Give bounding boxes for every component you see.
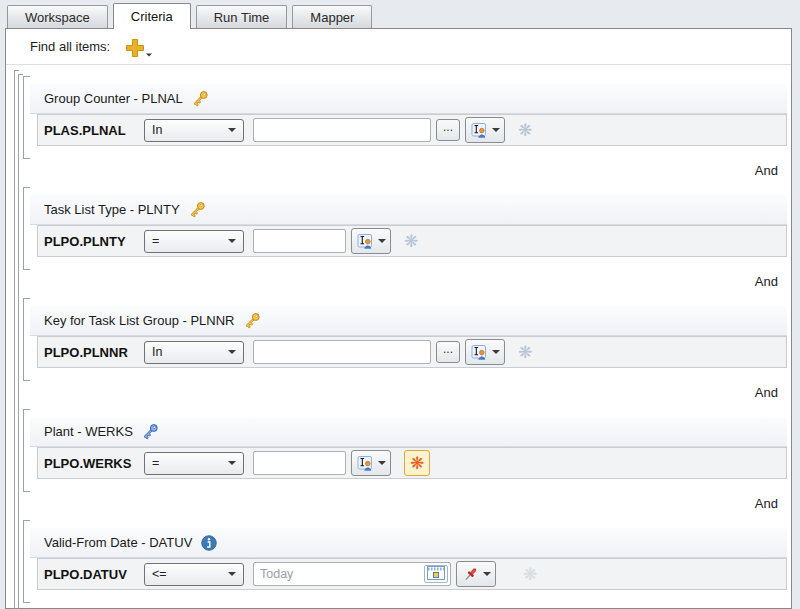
criterion-panel: Valid-From Date - DATUV bbox=[30, 528, 787, 590]
find-all-items-label: Find all items: bbox=[30, 39, 110, 54]
operator-dropdown[interactable]: = bbox=[144, 452, 244, 475]
add-item-button[interactable] bbox=[124, 34, 154, 60]
value-picker-dropdown[interactable] bbox=[351, 450, 391, 476]
criterion-panel: Task List Type - PLNTY bbox=[30, 195, 787, 306]
criterion-header: Valid-From Date - DATUV bbox=[30, 528, 787, 558]
chevron-down-icon bbox=[228, 461, 236, 465]
prompt-user-icon bbox=[357, 455, 374, 472]
key-icon bbox=[244, 312, 261, 329]
pin-icon bbox=[462, 566, 479, 583]
group-bracket-inner bbox=[18, 74, 19, 609]
dynamic-value-icon[interactable]: ❋ bbox=[518, 122, 532, 139]
value-input[interactable] bbox=[253, 451, 346, 475]
key-icon-blue bbox=[142, 423, 159, 440]
tab-run-time[interactable]: Run Time bbox=[196, 5, 288, 28]
criterion-panel: Key for Task List Group - PLNNR bbox=[30, 306, 787, 417]
criterion-header: Group Counter - PLNAL bbox=[30, 84, 787, 114]
value-picker-dropdown[interactable] bbox=[456, 561, 496, 587]
field-name: PLPO.WERKS bbox=[44, 456, 144, 471]
dynamic-value-icon[interactable]: ❋ bbox=[404, 233, 418, 250]
and-operator-label: And bbox=[755, 274, 778, 289]
operator-value: In bbox=[152, 123, 162, 137]
and-row: And bbox=[30, 368, 787, 417]
criterion-header: Task List Type - PLNTY bbox=[30, 195, 787, 225]
prompt-user-icon bbox=[471, 122, 488, 139]
chevron-down-icon bbox=[146, 53, 152, 56]
criterion-header: Key for Task List Group - PLNNR bbox=[30, 306, 787, 336]
dynamic-value-icon[interactable]: ❋ bbox=[518, 344, 532, 361]
and-row: And bbox=[30, 479, 787, 528]
chevron-down-icon bbox=[483, 572, 491, 576]
value-input[interactable] bbox=[253, 562, 451, 586]
calendar-icon bbox=[427, 566, 445, 583]
criterion-row: PLPO.PLNNR In bbox=[37, 336, 787, 368]
value-input[interactable] bbox=[253, 340, 431, 364]
tab-strip: Workspace Criteria Run Time Mapper bbox=[0, 0, 800, 28]
chevron-down-icon bbox=[492, 128, 500, 132]
criteria-tab-page: Find all items: Group Counter - PLNAL bbox=[5, 28, 792, 609]
calendar-button[interactable] bbox=[424, 565, 448, 583]
chevron-down-icon bbox=[378, 461, 386, 465]
criterion-row: PLPO.PLNTY = bbox=[37, 225, 787, 257]
criterion-bracket bbox=[23, 298, 29, 381]
dynamic-value-icon[interactable]: ❋ bbox=[523, 566, 537, 583]
criteria-list-area: Group Counter - PLNAL bbox=[6, 65, 791, 590]
chevron-down-icon bbox=[228, 572, 236, 576]
and-row: And bbox=[30, 146, 787, 195]
ellipsis-button[interactable]: ... bbox=[436, 119, 460, 141]
dynamic-value-icon[interactable]: ❋ bbox=[404, 450, 430, 476]
info-icon bbox=[201, 535, 217, 551]
criteria-toolbar: Find all items: bbox=[6, 29, 791, 65]
operator-value: In bbox=[152, 345, 162, 359]
operator-dropdown[interactable]: <= bbox=[144, 563, 244, 586]
criterion-title: Plant - WERKS bbox=[44, 424, 133, 439]
operator-value: <= bbox=[152, 567, 167, 581]
value-picker-dropdown[interactable] bbox=[465, 117, 505, 143]
tab-workspace[interactable]: Workspace bbox=[7, 5, 108, 28]
and-operator-label: And bbox=[755, 496, 778, 511]
prompt-user-icon bbox=[471, 344, 488, 361]
operator-dropdown[interactable]: In bbox=[144, 341, 244, 364]
key-icon bbox=[192, 90, 209, 107]
criterion-title: Task List Type - PLNTY bbox=[44, 202, 180, 217]
field-name: PLPO.PLNNR bbox=[44, 345, 144, 360]
and-row: And bbox=[30, 257, 787, 306]
field-name: PLAS.PLNAL bbox=[44, 123, 144, 138]
key-icon bbox=[189, 201, 206, 218]
criterion-title: Valid-From Date - DATUV bbox=[44, 535, 192, 550]
criterion-row: PLPO.DATUV <= bbox=[37, 558, 787, 590]
chevron-down-icon bbox=[492, 350, 500, 354]
field-name: PLPO.PLNTY bbox=[44, 234, 144, 249]
prompt-user-icon bbox=[357, 233, 374, 250]
criterion-title: Key for Task List Group - PLNNR bbox=[44, 313, 235, 328]
chevron-down-icon bbox=[228, 350, 236, 354]
tab-criteria[interactable]: Criteria bbox=[113, 3, 191, 29]
and-operator-label: And bbox=[755, 385, 778, 400]
criterion-row: PLPO.WERKS = bbox=[37, 447, 787, 479]
criterion-panel: Group Counter - PLNAL bbox=[30, 84, 787, 195]
ellipsis-button[interactable]: ... bbox=[436, 341, 460, 363]
operator-dropdown[interactable]: In bbox=[144, 119, 244, 142]
criteria-list: Group Counter - PLNAL bbox=[30, 84, 787, 590]
criterion-bracket bbox=[23, 520, 29, 603]
group-bracket-outer bbox=[14, 70, 15, 609]
chevron-down-icon bbox=[228, 239, 236, 243]
chevron-down-icon bbox=[228, 128, 236, 132]
criterion-bracket bbox=[23, 76, 29, 159]
operator-value: = bbox=[152, 234, 159, 248]
criterion-panel: Plant - WERKS bbox=[30, 417, 787, 528]
criterion-bracket bbox=[23, 187, 29, 270]
tab-mapper[interactable]: Mapper bbox=[292, 5, 372, 28]
value-picker-dropdown[interactable] bbox=[351, 228, 391, 254]
value-input[interactable] bbox=[253, 229, 346, 253]
operator-dropdown[interactable]: = bbox=[144, 230, 244, 253]
and-operator-label: And bbox=[755, 163, 778, 178]
operator-value: = bbox=[152, 456, 159, 470]
criterion-title: Group Counter - PLNAL bbox=[44, 91, 183, 106]
value-picker-dropdown[interactable] bbox=[465, 339, 505, 365]
criterion-row: PLAS.PLNAL In bbox=[37, 114, 787, 146]
field-name: PLPO.DATUV bbox=[44, 567, 144, 582]
chevron-down-icon bbox=[378, 239, 386, 243]
value-input[interactable] bbox=[253, 118, 431, 142]
criterion-bracket bbox=[23, 409, 29, 492]
